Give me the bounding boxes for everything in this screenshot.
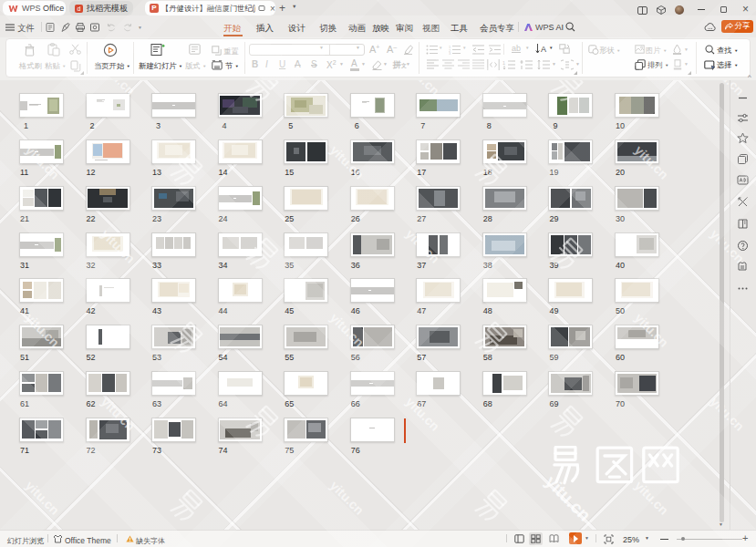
svg-text:A: A <box>541 45 546 54</box>
svg-text:1: 1 <box>502 60 505 66</box>
svg-text:3: 3 <box>449 51 451 55</box>
